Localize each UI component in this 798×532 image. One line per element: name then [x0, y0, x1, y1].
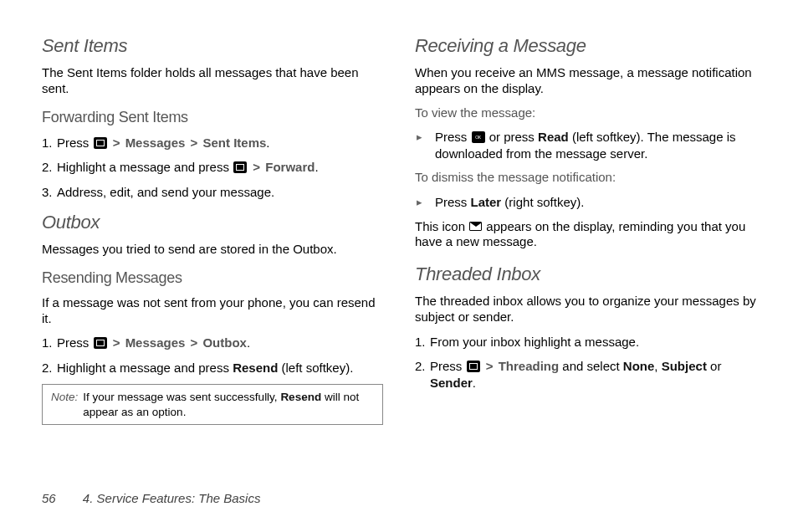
menu-key-icon: [94, 137, 107, 149]
view-lead: To view the message:: [415, 105, 756, 121]
sent-items-intro: The Sent Items folder holds all messages…: [42, 65, 383, 97]
view-item: Press or press Read (left softkey). The …: [435, 129, 756, 161]
threaded-intro: The threaded inbox allows you to organiz…: [415, 294, 756, 325]
note-text: If your message was sent successfully, R…: [83, 390, 374, 419]
forwarding-steps: 1. Press > Messages > Sent Items. 2. Hig…: [42, 135, 383, 201]
icon-note: This icon appears on the display, remind…: [415, 219, 756, 251]
note-box: Note: If your message was sent successfu…: [42, 384, 383, 425]
heading-sent-items: Sent Items: [42, 35, 383, 57]
envelope-icon: [469, 222, 482, 231]
dismiss-list: Press Later (right softkey).: [415, 194, 756, 211]
heading-receiving: Receiving a Message: [415, 35, 756, 57]
menu-key-icon: [233, 161, 247, 173]
resending-step-2: 2. Highlight a message and press Resend …: [57, 360, 383, 376]
left-column: Sent Items The Sent Items folder holds a…: [42, 35, 383, 425]
forwarding-step-2: 2. Highlight a message and press > Forwa…: [57, 159, 383, 176]
heading-resending: Resending Messages: [42, 269, 383, 287]
menu-key-icon: [467, 361, 480, 372]
menu-key-icon: [94, 337, 107, 349]
page-number: 56: [42, 491, 56, 505]
threaded-step-2: 2. Press > Threading and select None, Su…: [430, 358, 756, 391]
page-footer: 56 4. Service Features: The Basics: [42, 491, 260, 505]
chapter-title: 4. Service Features: The Basics: [83, 491, 261, 505]
note-label: Note:: [51, 390, 78, 419]
threaded-steps: 1. From your inbox highlight a message. …: [415, 334, 756, 391]
forwarding-step-1: 1. Press > Messages > Sent Items.: [57, 135, 383, 151]
dismiss-lead: To dismiss the message notification:: [415, 170, 756, 186]
page-columns: Sent Items The Sent Items folder holds a…: [42, 35, 756, 425]
heading-threaded: Threaded Inbox: [415, 263, 756, 285]
heading-outbox: Outbox: [42, 212, 383, 233]
resending-steps: 1. Press > Messages > Outbox. 2. Highlig…: [42, 335, 383, 376]
heading-forwarding: Forwarding Sent Items: [42, 109, 383, 126]
dismiss-item: Press Later (right softkey).: [435, 194, 756, 211]
resending-intro: If a message was not sent from your phon…: [42, 295, 383, 327]
forwarding-step-3: 3. Address, edit, and send your message.: [57, 184, 383, 201]
right-column: Receiving a Message When you receive an …: [415, 35, 756, 425]
threaded-step-1: 1. From your inbox highlight a message.: [430, 334, 756, 350]
view-list: Press or press Read (left softkey). The …: [415, 129, 756, 161]
resending-step-1: 1. Press > Messages > Outbox.: [57, 335, 383, 351]
ok-key-icon: [472, 131, 485, 143]
receiving-intro: When you receive an MMS message, a messa…: [415, 65, 756, 97]
outbox-intro: Messages you tried to send are stored in…: [42, 242, 383, 258]
